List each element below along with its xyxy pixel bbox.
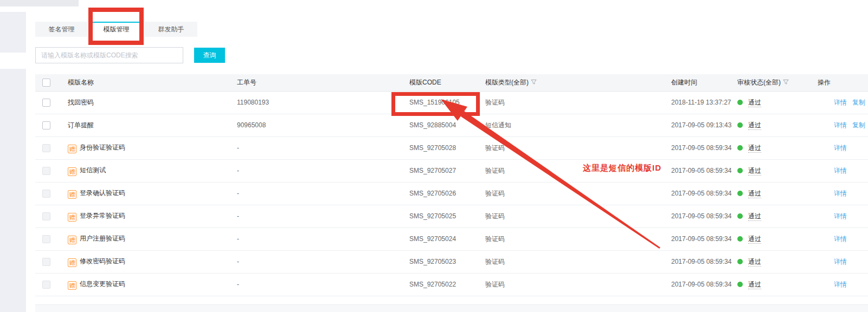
tab-bar: 签名管理 模版管理 群发助手 [35,22,200,37]
detail-link[interactable]: 详情 [834,258,847,265]
audit-status: 通过 [748,144,761,153]
row-checkbox[interactable] [42,212,50,220]
operation-cell: 详情 [813,273,868,296]
table-row: 订单提醒 90965008 SMS_92885004 短信通知 2017-09-… [35,114,868,136]
work-order-number: - [237,273,409,296]
template-name: 信息变更验证码 [80,280,125,288]
detail-link[interactable]: 详情 [834,281,847,288]
template-code: SMS_92705023 [409,250,485,273]
created-time: 2018-11-19 13:37:27 [671,91,737,114]
gift-badge: 赠 [68,236,76,244]
template-name: 修改密码验证码 [80,257,125,265]
audit-status: 通过 [748,167,761,176]
template-type: 验证码 [485,136,671,159]
audit-status: 通过 [748,235,761,244]
detail-link[interactable]: 详情 [834,99,847,106]
col-header-template-name: 模版名称 [57,74,237,91]
template-code: SMS_92705025 [409,205,485,227]
top-left-gray-strip [0,0,79,6]
operation-cell: 详情 [813,136,868,159]
template-table: 模版名称 工单号 模版CODE 模版类型(全部) 创建时间 审核状态(全部) 操… [35,74,868,296]
operation-cell: 详情 [813,250,868,273]
row-checkbox[interactable] [42,144,50,152]
work-order-number: - [237,159,409,182]
col-header-template-type: 模版类型(全部) [485,74,671,91]
template-name: 登录异常验证码 [80,212,125,219]
work-order-number: - [237,205,409,227]
created-time: 2017-09-05 08:59:34 [671,159,737,182]
audit-status: 通过 [748,258,761,266]
row-checkbox[interactable] [42,121,50,129]
audit-status: 通过 [748,281,761,289]
work-order-number: - [237,227,409,250]
row-checkbox[interactable] [42,235,50,243]
tab-signature-management[interactable]: 签名管理 [35,22,88,37]
template-name: 登录确认验证码 [80,189,125,197]
work-order-number: - [237,250,409,273]
template-type: 验证码 [485,227,671,250]
template-name: 用户注册验证码 [80,235,125,242]
row-checkbox[interactable] [42,190,50,198]
row-checkbox[interactable] [42,281,50,289]
table-row: 赠短信测试 - SMS_92705027 验证码 2017-09-05 08:5… [35,159,868,182]
col-header-operation: 操作 [813,74,868,91]
audit-status: 通过 [748,190,761,198]
status-dot-icon [737,259,743,264]
filter-funnel-icon[interactable] [783,79,789,85]
template-name: 短信测试 [80,166,106,174]
table-row: 赠登录异常验证码 - SMS_92705025 验证码 2017-09-05 0… [35,205,868,227]
table-row: 赠用户注册验证码 - SMS_92705024 验证码 2017-09-05 0… [35,227,868,250]
copy-link[interactable]: 复制 [852,121,865,129]
template-code: SMS_92705028 [409,136,485,159]
created-time: 2017-09-05 08:59:34 [671,250,737,273]
detail-link[interactable]: 详情 [834,121,847,129]
template-type: 验证码 [485,205,671,227]
tab-template-management[interactable]: 模版管理 [90,22,143,37]
select-all-checkbox[interactable] [42,79,50,87]
template-code: SMS_151906105 [409,91,485,114]
template-type: 验证码 [485,250,671,273]
template-code: SMS_92705026 [409,182,485,205]
copy-link[interactable]: 复制 [852,99,865,106]
detail-link[interactable]: 详情 [834,167,847,174]
row-checkbox[interactable] [42,258,50,266]
gift-badge: 赠 [68,213,76,222]
tab-mass-send-assistant[interactable]: 群发助手 [145,22,197,37]
col-header-created-time: 创建时间 [671,74,737,91]
query-button[interactable]: 查询 [194,48,225,63]
detail-link[interactable]: 详情 [834,235,847,243]
created-time: 2017-09-05 08:59:34 [671,182,737,205]
created-time: 2017-09-05 08:59:34 [671,227,737,250]
table-footer-strip [35,304,868,312]
operation-cell: 详情 [813,227,868,250]
left-rail-block-top [0,12,26,53]
template-search-input[interactable] [35,47,183,63]
template-code: SMS_92705027 [409,159,485,182]
detail-link[interactable]: 详情 [834,190,847,197]
operation-cell: 详情复制 [813,114,868,136]
detail-link[interactable]: 详情 [834,144,847,152]
template-code: SMS_92705024 [409,227,485,250]
col-header-template-code: 模版CODE [409,74,485,91]
work-order-number: 119080193 [237,91,409,114]
operation-cell: 详情 [813,159,868,182]
template-type: 验证码 [485,273,671,296]
work-order-number: - [237,136,409,159]
row-checkbox[interactable] [42,167,50,175]
operation-cell: 详情 [813,182,868,205]
operation-cell: 详情 [813,205,868,227]
created-time: 2017-09-05 08:59:34 [671,205,737,227]
gift-badge: 赠 [68,167,76,176]
created-time: 2017-09-05 08:59:34 [671,273,737,296]
template-type: 验证码 [485,182,671,205]
gift-badge: 赠 [68,190,76,199]
status-dot-icon [737,122,743,128]
filter-funnel-icon[interactable] [531,79,537,85]
col-header-work-order: 工单号 [237,74,409,91]
gift-badge: 赠 [68,145,76,153]
table-row: 赠登录确认验证码 - SMS_92705026 验证码 2017-09-05 0… [35,182,868,205]
audit-status: 通过 [748,99,761,107]
detail-link[interactable]: 详情 [834,212,847,220]
row-checkbox[interactable] [42,99,50,107]
status-dot-icon [737,282,743,287]
